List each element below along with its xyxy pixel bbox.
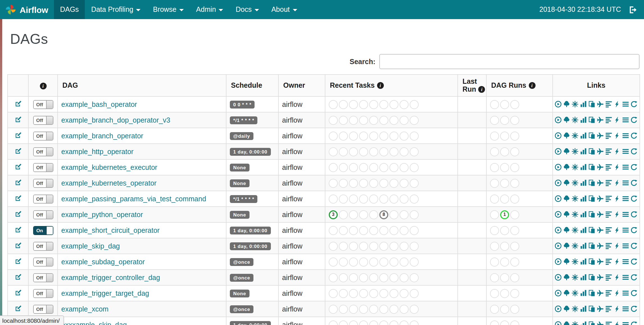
dag-run-circle[interactable] xyxy=(490,100,499,109)
dag-link[interactable]: example_python_operator xyxy=(61,211,143,218)
recent-task-circle[interactable] xyxy=(339,147,348,156)
gantt-view-link[interactable] xyxy=(606,306,613,313)
task-tries-link[interactable] xyxy=(589,290,596,297)
nav-item-browse[interactable]: Browse xyxy=(147,0,190,19)
refresh-link[interactable] xyxy=(631,321,638,325)
graph-view-link[interactable] xyxy=(572,274,579,281)
recent-task-circle[interactable] xyxy=(410,210,419,219)
graph-view-link[interactable] xyxy=(572,180,579,187)
recent-task-circle[interactable] xyxy=(339,226,348,235)
code-view-link[interactable] xyxy=(614,306,621,313)
edit-dag-button[interactable] xyxy=(14,131,22,139)
recent-task-circle[interactable] xyxy=(369,147,378,156)
recent-task-circle[interactable] xyxy=(379,116,388,125)
graph-view-link[interactable] xyxy=(572,258,579,265)
tree-view-link[interactable] xyxy=(563,306,570,313)
recent-task-circle[interactable] xyxy=(379,131,388,140)
trigger-dag-link[interactable] xyxy=(555,306,562,313)
recent-task-circle[interactable] xyxy=(349,289,358,298)
dag-run-circle[interactable] xyxy=(490,163,499,172)
recent-task-circle[interactable] xyxy=(369,194,378,203)
recent-task-circle[interactable] xyxy=(400,304,409,313)
dag-pause-toggle[interactable]: Off xyxy=(33,179,53,188)
dag-link[interactable]: example_branch_dop_operator_v3 xyxy=(61,116,170,124)
recent-task-circle[interactable] xyxy=(410,179,419,188)
graph-view-link[interactable] xyxy=(572,290,579,297)
recent-task-circle[interactable] xyxy=(359,131,368,140)
dag-run-circle[interactable] xyxy=(490,210,499,219)
recent-task-circle[interactable] xyxy=(400,163,409,172)
task-tries-link[interactable] xyxy=(589,258,596,265)
recent-task-circle[interactable] xyxy=(339,116,348,125)
recent-task-circle[interactable] xyxy=(389,304,398,313)
tree-view-link[interactable] xyxy=(563,117,570,124)
dag-run-circle[interactable] xyxy=(490,226,499,235)
schedule-badge[interactable]: None xyxy=(230,290,250,298)
recent-task-circle[interactable] xyxy=(410,273,419,282)
graph-view-link[interactable] xyxy=(572,321,579,325)
recent-task-circle[interactable] xyxy=(349,194,358,203)
recent-task-circle[interactable] xyxy=(359,273,368,282)
edit-dag-button[interactable] xyxy=(14,273,22,280)
edit-dag-button[interactable] xyxy=(14,116,22,123)
recent-task-circle[interactable] xyxy=(369,257,378,266)
recent-task-circle[interactable] xyxy=(379,289,388,298)
gantt-view-link[interactable] xyxy=(606,321,613,325)
logs-link[interactable] xyxy=(622,195,629,202)
dag-run-circle[interactable] xyxy=(490,257,499,266)
tasks-duration-link[interactable] xyxy=(580,101,587,108)
dag-run-circle[interactable] xyxy=(500,116,509,125)
recent-task-circle[interactable] xyxy=(369,116,378,125)
landing-times-link[interactable] xyxy=(597,117,604,124)
tasks-duration-link[interactable] xyxy=(580,290,587,297)
recent-task-circle[interactable] xyxy=(339,273,348,282)
tasks-duration-link[interactable] xyxy=(580,117,587,124)
info-icon[interactable]: i xyxy=(377,82,384,89)
recent-task-circle[interactable] xyxy=(329,257,338,266)
dag-run-circle[interactable] xyxy=(510,257,519,266)
logs-link[interactable] xyxy=(622,258,629,265)
schedule-badge[interactable]: @daily xyxy=(230,132,253,140)
recent-task-circle[interactable] xyxy=(329,179,338,188)
recent-task-circle[interactable] xyxy=(410,147,419,156)
dag-run-circle[interactable] xyxy=(500,179,509,188)
tasks-duration-link[interactable] xyxy=(580,211,587,218)
dag-pause-toggle[interactable]: Off xyxy=(33,257,53,266)
dag-run-circle[interactable] xyxy=(490,242,499,250)
gantt-view-link[interactable] xyxy=(606,258,613,265)
edit-dag-button[interactable] xyxy=(14,210,22,217)
recent-task-circle[interactable] xyxy=(389,242,398,250)
dag-link[interactable]: example_kubernetes_operator xyxy=(61,179,157,187)
tasks-duration-link[interactable] xyxy=(580,180,587,187)
recent-task-circle[interactable] xyxy=(400,131,409,140)
trigger-dag-link[interactable] xyxy=(555,101,562,108)
tasks-duration-link[interactable] xyxy=(580,148,587,155)
gantt-view-link[interactable] xyxy=(606,164,613,171)
dag-run-circle[interactable] xyxy=(510,179,519,188)
gantt-view-link[interactable] xyxy=(606,180,613,187)
landing-times-link[interactable] xyxy=(597,195,604,202)
schedule-badge[interactable]: 1 day, 0:00:00 xyxy=(230,227,271,235)
code-view-link[interactable] xyxy=(614,243,621,250)
brand[interactable]: Airflow xyxy=(0,0,54,19)
dag-link[interactable]: example_skip_dag xyxy=(61,242,120,250)
recent-task-circle[interactable] xyxy=(339,194,348,203)
dag-run-circle[interactable] xyxy=(490,289,499,298)
recent-task-circle[interactable] xyxy=(400,210,409,219)
recent-task-circle[interactable] xyxy=(329,242,338,250)
trigger-dag-link[interactable] xyxy=(555,243,562,250)
refresh-link[interactable] xyxy=(631,117,638,124)
recent-task-circle[interactable] xyxy=(400,147,409,156)
edit-dag-button[interactable] xyxy=(14,179,22,186)
task-tries-link[interactable] xyxy=(589,117,596,124)
col-header-owner[interactable]: Owner xyxy=(278,75,325,96)
gantt-view-link[interactable] xyxy=(606,227,613,234)
dag-run-circle[interactable] xyxy=(510,304,519,313)
recent-task-circle[interactable] xyxy=(400,116,409,125)
recent-task-circle[interactable] xyxy=(349,179,358,188)
dag-run-circle[interactable]: 1 xyxy=(500,210,509,219)
dag-pause-toggle[interactable]: Off xyxy=(33,304,53,313)
tasks-duration-link[interactable] xyxy=(580,164,587,171)
code-view-link[interactable] xyxy=(614,117,621,124)
tree-view-link[interactable] xyxy=(563,321,570,325)
